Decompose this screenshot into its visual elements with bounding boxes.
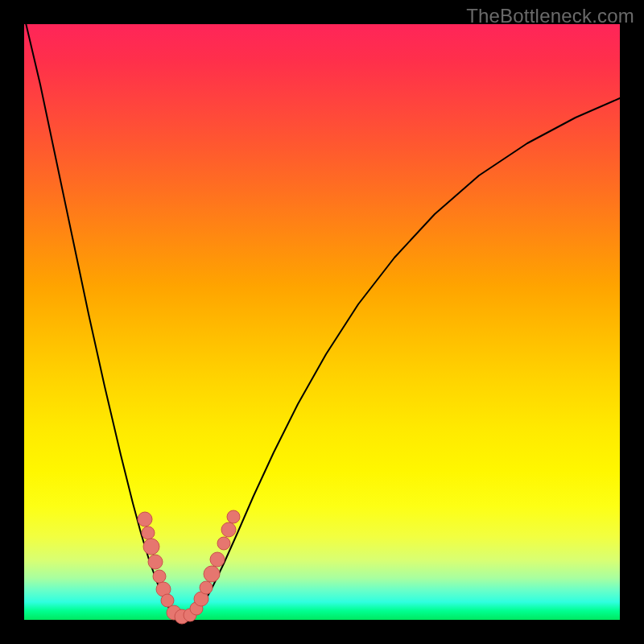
bead-marker: [143, 539, 159, 555]
curve-svg: [24, 24, 620, 620]
bead-marker: [227, 510, 240, 523]
bead-marker: [142, 526, 155, 539]
bead-marker: [217, 537, 230, 550]
bead-marker: [153, 570, 166, 583]
chart-frame: TheBottleneck.com: [0, 0, 644, 644]
bead-marker: [204, 566, 220, 582]
bead-marker: [221, 522, 236, 537]
bottleneck-curve: [24, 16, 620, 617]
bead-marker: [148, 555, 163, 569]
bead-marker: [138, 512, 152, 526]
bead-marker: [210, 552, 225, 567]
bead-marker: [200, 581, 213, 594]
bead-markers: [138, 510, 240, 624]
bead-marker: [161, 594, 174, 607]
plot-area: [24, 24, 620, 620]
watermark-text: TheBottleneck.com: [466, 5, 634, 27]
